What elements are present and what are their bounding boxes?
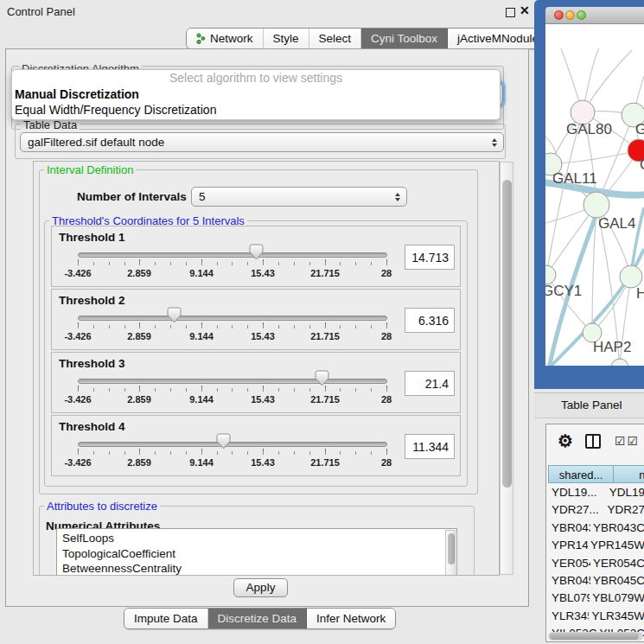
tick-label: 15.43 <box>251 457 275 468</box>
tab-network[interactable]: Network <box>187 29 264 48</box>
horizontal-scrollbar-thumb[interactable] <box>550 633 639 640</box>
network-node-gcy1[interactable] <box>545 265 556 284</box>
float-window-icon[interactable] <box>506 8 515 17</box>
table-row[interactable]: YBR045CYBR045C <box>548 572 644 590</box>
table-row[interactable]: YDL19...YDL19 <box>548 484 644 501</box>
threshold-label: Threshold 4 <box>59 420 125 433</box>
slider-thumb[interactable] <box>167 307 182 323</box>
algorithm-dropdown-popup: Select algorithm to view settings Manual… <box>11 69 501 120</box>
tab-impute-data[interactable]: Impute Data <box>124 609 208 628</box>
tab-style[interactable]: Style <box>264 29 309 48</box>
traffic-light-minimize-icon[interactable] <box>565 10 575 20</box>
number-of-intervals-label: Number of Intervals <box>77 190 187 203</box>
checkbox-icons[interactable]: ☑☑ <box>615 434 640 448</box>
tab-label: Impute Data <box>134 609 198 628</box>
table-row[interactable]: YBR043CYBR043C <box>548 520 644 537</box>
table-body: YDL19...YDL19 YDR27...YDR27 YBR043CYBR04… <box>548 484 644 636</box>
threshold-value-field[interactable]: 6.316 <box>405 308 455 333</box>
tick-marks <box>78 451 388 455</box>
table-row[interactable]: YPR145WYPR145W <box>548 537 644 554</box>
content-scrollbar-thumb[interactable] <box>502 180 512 488</box>
network-window: GAL80 G. C GAL11 GAL4 GCY1 H HAP2 <box>534 0 644 389</box>
threshold-label: Threshold 2 <box>59 294 125 307</box>
list-item-selfloops[interactable]: SelfLoops <box>57 529 456 546</box>
table-row[interactable]: YBL079WYBL079W <box>548 590 644 607</box>
network-node-bottom[interactable] <box>611 359 628 366</box>
spinner-icon <box>492 138 497 147</box>
table-data-selected-value: galFiltered.sif default node <box>28 136 164 149</box>
traffic-light-close-icon[interactable] <box>554 10 564 20</box>
slider-thumb[interactable] <box>315 370 329 386</box>
close-icon[interactable]: ✕ <box>520 3 530 17</box>
interval-definition-group-title: Interval Definition <box>44 163 136 176</box>
traffic-light-zoom-icon[interactable] <box>577 10 586 20</box>
slider-track[interactable] <box>78 442 387 447</box>
popup-item-equal-width-frequency[interactable]: Equal Width/Frequency Discretization <box>12 102 500 118</box>
list-item-topologicalcoefficient[interactable]: TopologicalCoefficient <box>57 546 456 562</box>
tick-label: -3.426 <box>64 394 91 405</box>
network-icon <box>196 33 206 44</box>
node-label: H <box>636 285 644 302</box>
table-cell: YPR145W <box>548 537 588 554</box>
tab-infer-network[interactable]: Infer Network <box>307 609 395 628</box>
table-row[interactable]: YDR27...YDR27 <box>548 501 644 519</box>
number-of-intervals-combobox[interactable]: 5 <box>191 187 407 207</box>
tab-label: Cyni Toolbox <box>371 29 437 48</box>
column-header-name[interactable]: na <box>614 465 644 483</box>
tab-label: Select <box>319 29 352 48</box>
tick-label: 15.43 <box>251 268 275 278</box>
table-row[interactable]: YER054CYER054C <box>548 555 644 572</box>
split-view-icon[interactable] <box>585 434 601 449</box>
node-label: GAL11 <box>552 170 597 187</box>
threshold-value-field[interactable]: 14.713 <box>405 245 455 270</box>
tab-label: Style <box>273 29 299 48</box>
screen: Control Panel ✕ Network Style Select Cyn… <box>0 0 644 644</box>
tick-label: -3.426 <box>64 331 91 341</box>
table-row[interactable]: YLR345WYLR345W <box>548 608 644 625</box>
tab-label: jActiveMNodules <box>457 29 545 48</box>
list-item-betweennesscentrality[interactable]: BetweennessCentrality <box>57 561 456 576</box>
tab-select[interactable]: Select <box>309 29 362 48</box>
network-window-titlebar[interactable] <box>545 7 644 24</box>
tick-label: 28 <box>381 331 392 341</box>
attributes-list[interactable]: SelfLoops TopologicalCoefficient Between… <box>56 528 457 576</box>
table-cell: YBR043C <box>590 520 644 537</box>
slider-thumb[interactable] <box>249 244 264 260</box>
table-cell: YDR27 <box>604 501 644 519</box>
tab-cyni-toolbox[interactable]: Cyni Toolbox <box>361 29 448 48</box>
tick-label: 9.144 <box>189 394 214 405</box>
content-scrollbar[interactable] <box>500 162 513 575</box>
tick-label: 2.859 <box>127 268 151 278</box>
column-header-shared-name[interactable]: shared... <box>548 465 614 483</box>
slider-thumb[interactable] <box>216 433 231 450</box>
node-label: GCY1 <box>545 283 582 299</box>
tick-label: -3.426 <box>64 457 91 468</box>
table-cell: YBR045C <box>548 572 590 590</box>
threshold-row: Threshold 4 -3.426 2.859 9.144 15.43 21.… <box>51 415 461 476</box>
slider-track[interactable] <box>78 316 387 321</box>
tab-discretize-data[interactable]: Discretize Data <box>208 609 308 628</box>
threshold-value-field[interactable]: 11.344 <box>405 434 455 459</box>
node-label: C <box>640 156 644 173</box>
threshold-value-field[interactable]: 21.4 <box>405 371 455 396</box>
tick-label: 2.859 <box>127 331 151 341</box>
list-scrollbar[interactable] <box>445 530 456 576</box>
tick-label: 28 <box>381 394 392 405</box>
table-cell: YBR045C <box>590 572 644 590</box>
popup-item-manual-discretization[interactable]: Manual Discretization <box>12 86 500 102</box>
slider-track[interactable] <box>78 252 387 258</box>
slider-track[interactable] <box>78 379 387 384</box>
tick-label: 21.715 <box>310 331 340 341</box>
list-scrollbar-thumb[interactable] <box>448 533 455 564</box>
network-node-gal4[interactable] <box>583 192 609 218</box>
settings-gear-icon[interactable]: ⚙ <box>558 430 573 451</box>
tick-label: -3.426 <box>64 268 91 278</box>
tab-label: Infer Network <box>316 609 386 628</box>
network-canvas[interactable]: GAL80 G. C GAL11 GAL4 GCY1 H HAP2 <box>545 24 644 366</box>
apply-button[interactable]: Apply <box>233 578 288 597</box>
horizontal-scrollbar[interactable] <box>548 632 643 641</box>
table-data-combobox[interactable]: galFiltered.sif default node <box>20 132 504 152</box>
popup-placeholder: Select algorithm to view settings <box>12 70 500 86</box>
tick-label: 28 <box>381 268 392 278</box>
tick-label: 15.43 <box>251 394 275 405</box>
